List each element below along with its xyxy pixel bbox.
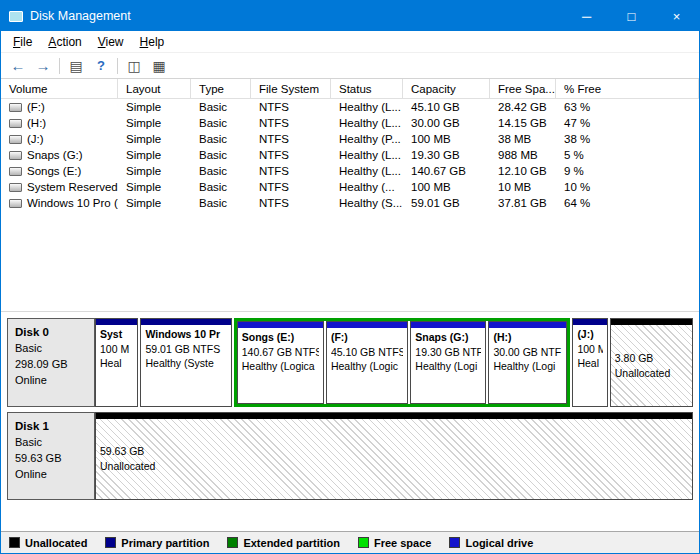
volume-icon [9,183,22,192]
partition-block[interactable]: 59.63 GB Unallocated [95,412,693,500]
volume-layout: Simple [118,117,191,129]
volume-capacity: 140.67 GB [403,165,490,177]
volume-name: (J:) [27,133,44,145]
legend-label: Free space [374,537,431,549]
volume-filesystem: NTFS [251,133,331,145]
partition-name: Syst [100,327,133,342]
disk-properties-icon[interactable]: ◫ [125,57,143,75]
partition-size: 100 M [577,342,602,357]
volume-icon [9,151,22,160]
volume-filesystem: NTFS [251,101,331,113]
legend-label: Primary partition [121,537,209,549]
volume-filesystem: NTFS [251,197,331,209]
partition-status: Healthy (Syste [145,356,226,371]
menu-file[interactable]: File [5,32,40,52]
volume-capacity: 59.01 GB [403,197,490,209]
partition-name: 3.80 GB [615,351,688,366]
column-header-capacity[interactable]: Capacity [403,79,490,98]
table-row[interactable]: (H:) Simple Basic NTFS Healthy (L... 30.… [1,115,699,131]
partition-block[interactable]: Syst 100 M Heal [95,318,138,407]
partition-size: 59.01 GB NTFS [145,342,226,357]
minimize-button[interactable]: ─ [564,1,609,31]
column-header-pctfree[interactable]: % Free [556,79,699,98]
toolbar-separator [59,58,60,74]
partition-block[interactable]: (H:) 30.00 GB NTF Healthy (Logi [488,321,567,404]
volume-filesystem: NTFS [251,149,331,161]
menu-action[interactable]: Action [40,32,89,52]
disk-label[interactable]: Disk 0 Basic 298.09 GB Online [7,318,95,407]
partition-name: (F:) [331,330,403,345]
partition-size: Unallocated [100,459,688,474]
volume-status: Healthy (... [331,181,403,193]
help-icon[interactable]: ? [92,57,110,75]
volume-list: Volume Layout Type File System Status Ca… [1,79,699,311]
partition-block[interactable]: 3.80 GB Unallocated [610,318,693,407]
maximize-button[interactable]: □ [609,1,654,31]
legend-label: Unallocated [25,537,87,549]
volume-layout: Simple [118,165,191,177]
volume-type: Basic [191,101,251,113]
partition-text: Syst 100 M Heal [96,325,137,406]
view-options-icon[interactable]: ▦ [150,57,168,75]
volume-icon [9,119,22,128]
partition-status: Healthy (Logica [242,359,319,374]
disk-type: Basic [15,341,87,357]
partition-text: 59.63 GB Unallocated [96,419,692,499]
volume-name: System Reserved (I:) [27,181,118,193]
partition-status: Heal [100,356,133,371]
menu-view[interactable]: View [90,32,132,52]
partition-block[interactable]: Windows 10 Pr 59.01 GB NTFS Healthy (Sys… [140,318,231,407]
partition-status: Healthy (Logi [493,359,562,374]
column-header-volume[interactable]: Volume [1,79,118,98]
volume-freespace: 38 MB [490,133,556,145]
column-header-freespace[interactable]: Free Spa... [490,79,556,98]
table-row[interactable]: Windows 10 Pro (C:) Simple Basic NTFS He… [1,195,699,211]
partition-size: 30.00 GB NTF [493,345,562,360]
partition-text: (H:) 30.00 GB NTF Healthy (Logi [489,328,566,403]
partition-name: Windows 10 Pr [145,327,226,342]
volume-status: Healthy (S... [331,197,403,209]
volume-table-header: Volume Layout Type File System Status Ca… [1,79,699,99]
volume-pctfree: 64 % [556,197,699,209]
column-header-layout[interactable]: Layout [118,79,191,98]
partition-size: 140.67 GB NTFS [242,345,319,360]
table-row[interactable]: (J:) Simple Basic NTFS Healthy (P... 100… [1,131,699,147]
partition-text: 3.80 GB Unallocated [611,325,692,406]
partition-block[interactable]: (F:) 45.10 GB NTFS Healthy (Logic [326,321,408,404]
volume-table-body: (F:) Simple Basic NTFS Healthy (L... 45.… [1,99,699,211]
extended-partition-group: Songs (E:) 140.67 GB NTFS Healthy (Logic… [234,318,571,407]
disk-label[interactable]: Disk 1 Basic 59.63 GB Online [7,412,95,500]
table-row[interactable]: Songs (E:) Simple Basic NTFS Healthy (L.… [1,163,699,179]
volume-capacity: 19.30 GB [403,149,490,161]
disk-strip: Syst 100 M Heal Windows 10 Pr 59.01 GB N… [95,318,693,407]
close-button[interactable]: × [654,1,699,31]
disk-status: Online [15,467,87,483]
forward-arrow-icon[interactable]: → [34,57,52,75]
disk-row: Disk 0 Basic 298.09 GB Online Syst 100 M… [7,318,693,407]
column-header-type[interactable]: Type [191,79,251,98]
disk-type: Basic [15,435,87,451]
partition-block[interactable]: (J:) 100 M Heal [572,318,607,407]
volume-layout: Simple [118,181,191,193]
legend-item: Free space [358,537,431,549]
volume-freespace: 10 MB [490,181,556,193]
partition-status: Healthy (Logi [415,359,481,374]
table-row[interactable]: Snaps (G:) Simple Basic NTFS Healthy (L.… [1,147,699,163]
volume-name: (H:) [27,117,46,129]
partition-block[interactable]: Snaps (G:) 19.30 GB NTF Healthy (Logi [410,321,486,404]
partition-text: (J:) 100 M Heal [573,325,606,406]
menu-help[interactable]: Help [132,32,173,52]
column-header-filesystem[interactable]: File System [251,79,331,98]
partition-size: 19.30 GB NTF [415,345,481,360]
partition-block[interactable]: Songs (E:) 140.67 GB NTFS Healthy (Logic… [237,321,324,404]
column-header-status[interactable]: Status [331,79,403,98]
volume-layout: Simple [118,133,191,145]
table-row[interactable]: (F:) Simple Basic NTFS Healthy (L... 45.… [1,99,699,115]
legend-swatch-icon [449,537,460,548]
table-row[interactable]: System Reserved (I:) Simple Basic NTFS H… [1,179,699,195]
console-tree-icon[interactable]: ▤ [67,57,85,75]
volume-icon [9,135,22,144]
volume-freespace: 37.81 GB [490,197,556,209]
back-arrow-icon[interactable]: ← [9,57,27,75]
volume-pctfree: 38 % [556,133,699,145]
